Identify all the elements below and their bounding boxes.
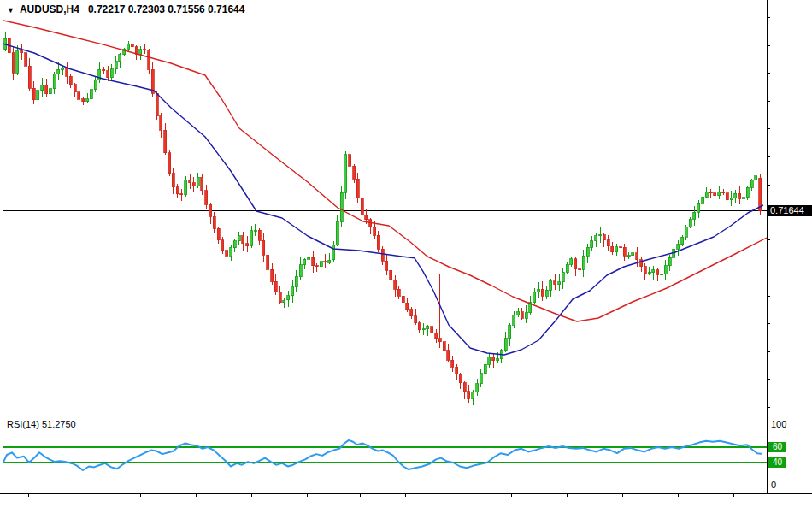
rsi-indicator-label: RSI(14) 51.2750 <box>7 419 76 429</box>
rsi-level-badge: 60 <box>768 442 786 452</box>
ma-fast-line <box>0 43 763 355</box>
pane-frame <box>0 0 812 497</box>
symbol-timeframe-label: AUDUSD,H4 <box>20 3 79 15</box>
rsi-level-badge: 40 <box>768 457 786 468</box>
ohlc-values: 0.72217 0.72303 0.71556 0.71644 <box>88 3 245 15</box>
candles <box>4 32 762 406</box>
rsi-axis[interactable] <box>768 416 812 493</box>
trading-chart-window: ▼AUDUSD,H40.72217 0.72303 0.71556 0.7164… <box>0 0 812 513</box>
main-price-pane[interactable] <box>0 20 767 405</box>
rsi-line <box>2 440 761 470</box>
time-axis[interactable]: 12 Apr 202214 Apr 20:0019 Apr 12:0022 Ap… <box>0 494 812 513</box>
rsi-pane[interactable] <box>2 440 767 470</box>
symbol-dropdown-icon[interactable]: ▼ <box>7 6 15 15</box>
chart-title-bar: ▼AUDUSD,H40.72217 0.72303 0.71556 0.7164… <box>7 3 244 15</box>
candlestick-chart-canvas[interactable] <box>0 0 812 513</box>
current-price-tag: 0.71644 <box>768 205 812 216</box>
